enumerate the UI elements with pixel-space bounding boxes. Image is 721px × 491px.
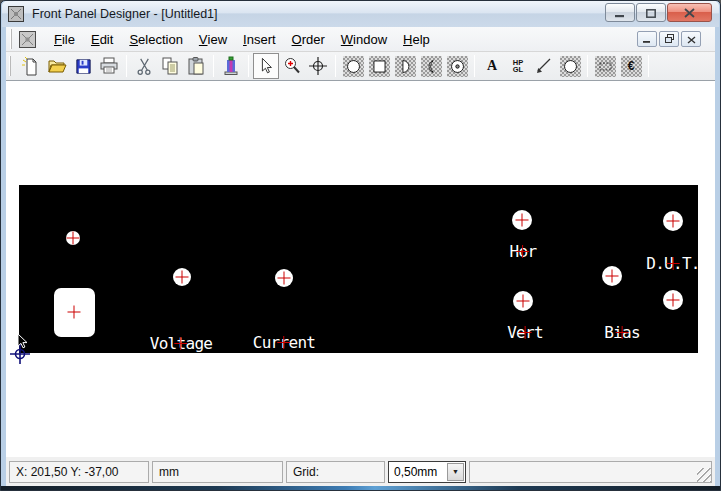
units-panel: mm <box>152 461 283 483</box>
measure-tool-button[interactable] <box>592 53 618 79</box>
label-anchor-cross-icon <box>518 326 531 339</box>
menu-items: FileEditSelectionViewInsertOrderWindowHe… <box>46 29 438 50</box>
mdi-restore-button[interactable] <box>659 31 679 47</box>
chevron-down-icon: ▼ <box>452 468 459 475</box>
center-crosshair-button[interactable] <box>305 53 331 79</box>
app-icon <box>8 6 26 22</box>
hole-center-cross-icon <box>606 270 619 283</box>
hole-engraved-circle-button[interactable] <box>444 53 470 79</box>
label-anchor-cross-icon <box>517 245 530 258</box>
hole-center-cross-icon <box>516 214 529 227</box>
close-button[interactable] <box>667 3 712 22</box>
panel-hole[interactable] <box>66 231 80 245</box>
toolbar-separator <box>213 55 214 77</box>
hole-center-cross-icon <box>67 232 80 245</box>
hole-dshape-button[interactable] <box>392 53 418 79</box>
document-icon[interactable] <box>19 30 38 48</box>
hole-engraved-circle-icon <box>447 56 468 77</box>
mdi-close-button[interactable] <box>681 31 701 47</box>
engraving-label[interactable]: Current <box>253 333 316 352</box>
panel-hole[interactable] <box>602 266 622 286</box>
panel-hole[interactable] <box>663 211 683 231</box>
menu-item-selection[interactable]: Selection <box>121 29 190 50</box>
line-tool-icon <box>534 56 554 76</box>
toolbar-buttons: AHP GL€ <box>18 53 653 79</box>
panel-rect-cutout[interactable] <box>54 288 95 337</box>
grid-size-combobox[interactable]: 0,50mm ▼ <box>388 461 466 483</box>
menu-item-insert[interactable]: Insert <box>235 29 284 50</box>
label-anchor-cross-icon <box>278 336 291 349</box>
panel-hole[interactable] <box>663 290 683 310</box>
app-window: Front Panel Designer - [Untitled1] FileE… <box>0 0 721 491</box>
hole-circle-button[interactable] <box>340 53 366 79</box>
hole-rectangle-icon <box>369 56 390 77</box>
open-file-button[interactable] <box>44 53 70 79</box>
machine-output-button[interactable] <box>218 53 244 79</box>
print-button[interactable] <box>96 53 122 79</box>
toolbar-separator <box>335 55 336 77</box>
hole-slot-icon <box>421 56 442 77</box>
text-tool-icon: A <box>487 58 497 74</box>
front-panel[interactable] <box>19 185 698 353</box>
engraving-label[interactable]: Hor <box>510 242 537 261</box>
window-controls <box>604 3 712 22</box>
line-tool-button[interactable] <box>531 53 557 79</box>
minimize-button[interactable] <box>605 3 635 22</box>
grid-label: Grid: <box>293 465 319 479</box>
toolbar-separator <box>248 55 249 77</box>
copy-icon <box>160 56 180 76</box>
cut-icon <box>135 57 154 76</box>
menu-bar: FileEditSelectionViewInsertOrderWindowHe… <box>6 27 715 52</box>
panel-hole[interactable] <box>173 268 191 286</box>
engraving-label[interactable]: Vert <box>507 323 543 342</box>
save-file-button[interactable] <box>70 53 96 79</box>
panel-hole[interactable] <box>512 210 532 230</box>
hole-rectangle-button[interactable] <box>366 53 392 79</box>
menu-item-file[interactable]: File <box>46 29 83 50</box>
cavity-tool-button[interactable] <box>557 53 583 79</box>
mdi-window-controls <box>635 31 701 47</box>
cutout-center-cross-icon <box>68 306 81 319</box>
menu-item-window[interactable]: Window <box>333 29 395 50</box>
mdi-close-icon <box>687 30 696 48</box>
maximize-icon <box>646 4 656 22</box>
text-tool-button[interactable]: A <box>479 53 505 79</box>
new-document-button[interactable] <box>18 53 44 79</box>
menu-item-edit[interactable]: Edit <box>83 29 121 50</box>
panel-hole[interactable] <box>275 269 293 287</box>
copy-button[interactable] <box>157 53 183 79</box>
coordinates-panel: X: 201,50 Y: -37,00 <box>9 461 149 483</box>
select-arrow-button[interactable] <box>253 53 279 79</box>
engraving-label[interactable]: D.U.T. <box>646 254 700 273</box>
center-crosshair-icon <box>308 56 328 76</box>
zoom-button[interactable] <box>279 53 305 79</box>
maximize-button[interactable] <box>636 3 666 22</box>
paste-button[interactable] <box>183 53 209 79</box>
engraving-label[interactable]: Voltage <box>150 334 213 353</box>
grid-size-value: 0,50mm <box>394 465 437 479</box>
title-bar[interactable]: Front Panel Designer - [Untitled1] <box>2 1 719 27</box>
engraving-label[interactable]: Bias <box>604 323 640 342</box>
toolbar-separator <box>648 55 649 77</box>
hole-slot-button[interactable] <box>418 53 444 79</box>
hole-center-cross-icon <box>176 271 189 284</box>
design-canvas[interactable]: VoltageCurrentHorVertBiasD.U.T. <box>6 81 715 457</box>
cost-tool-button[interactable]: € <box>618 53 644 79</box>
menu-item-view[interactable]: View <box>191 29 235 50</box>
panel-hole[interactable] <box>513 291 533 311</box>
measure-tool-icon <box>595 56 616 77</box>
new-document-icon <box>21 56 41 76</box>
toolbar-separator <box>587 55 588 77</box>
hole-circle-icon <box>343 56 364 77</box>
zoom-icon <box>282 56 302 76</box>
menu-item-order[interactable]: Order <box>284 29 333 50</box>
cut-button[interactable] <box>131 53 157 79</box>
menu-item-help[interactable]: Help <box>395 29 438 50</box>
minimize-icon <box>615 4 625 22</box>
mdi-minimize-button[interactable] <box>637 31 657 47</box>
hpgl-tool-button[interactable]: HP GL <box>505 53 531 79</box>
label-anchor-cross-icon <box>175 337 188 350</box>
resize-grip[interactable] <box>697 468 711 482</box>
combo-dropdown-button[interactable]: ▼ <box>447 463 464 481</box>
toolbar: AHP GL€ <box>6 52 715 81</box>
